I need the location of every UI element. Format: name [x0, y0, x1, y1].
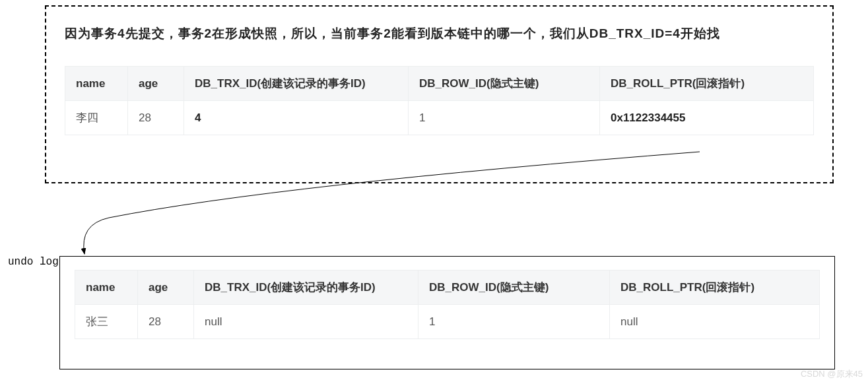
table-row: 李四 28 4 1 0x1122334455	[65, 101, 814, 135]
col-header-roll: DB_ROLL_PTR(回滚指针)	[600, 67, 814, 101]
current-record-table: name age DB_TRX_ID(创建该记录的事务ID) DB_ROW_ID…	[65, 66, 814, 135]
cell-name: 张三	[75, 305, 138, 339]
watermark: CSDN @原来45	[801, 368, 863, 380]
undo-log-box: name age DB_TRX_ID(创建该记录的事务ID) DB_ROW_ID…	[59, 256, 835, 369]
col-header-name: name	[75, 271, 138, 305]
cell-trx: null	[194, 305, 418, 339]
col-header-trx: DB_TRX_ID(创建该记录的事务ID)	[194, 271, 418, 305]
cell-roll: 0x1122334455	[600, 101, 814, 135]
cell-trx: 4	[184, 101, 409, 135]
col-header-roll: DB_ROLL_PTR(回滚指针)	[610, 271, 820, 305]
cell-age: 28	[138, 305, 194, 339]
table-header-row: name age DB_TRX_ID(创建该记录的事务ID) DB_ROW_ID…	[75, 271, 820, 305]
snapshot-box: 因为事务4先提交，事务2在形成快照，所以，当前事务2能看到版本链中的哪一个，我们…	[45, 5, 834, 183]
col-header-name: name	[65, 67, 128, 101]
undo-log-label: undo log	[8, 256, 59, 268]
explanation-text: 因为事务4先提交，事务2在形成快照，所以，当前事务2能看到版本链中的哪一个，我们…	[65, 25, 814, 42]
table-header-row: name age DB_TRX_ID(创建该记录的事务ID) DB_ROW_ID…	[65, 67, 814, 101]
col-header-trx: DB_TRX_ID(创建该记录的事务ID)	[184, 67, 409, 101]
col-header-age: age	[138, 271, 194, 305]
cell-age: 28	[128, 101, 184, 135]
col-header-row: DB_ROW_ID(隐式主键)	[418, 271, 610, 305]
cell-roll: null	[610, 305, 820, 339]
undo-record-table: name age DB_TRX_ID(创建该记录的事务ID) DB_ROW_ID…	[75, 270, 820, 339]
col-header-row: DB_ROW_ID(隐式主键)	[409, 67, 600, 101]
cell-row: 1	[409, 101, 600, 135]
cell-name: 李四	[65, 101, 128, 135]
cell-row: 1	[418, 305, 610, 339]
col-header-age: age	[128, 67, 184, 101]
table-row: 张三 28 null 1 null	[75, 305, 820, 339]
